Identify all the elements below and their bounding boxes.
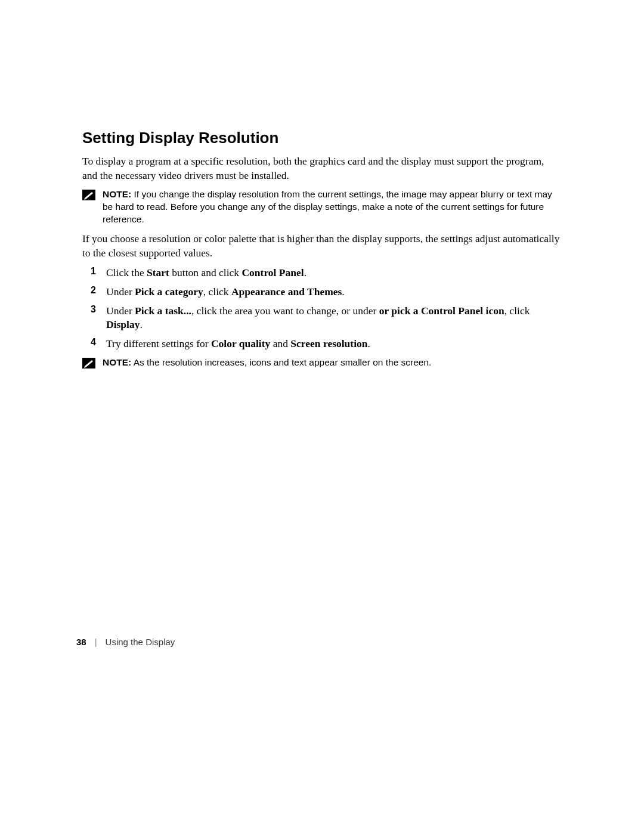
list-item: 1 Click the Start button and click Contr… (82, 266, 562, 280)
page-number: 38 (76, 637, 86, 647)
note-block-2: NOTE: As the resolution increases, icons… (82, 357, 562, 369)
section-heading: Setting Display Resolution (82, 129, 562, 147)
footer-section-title: Using the Display (106, 637, 175, 647)
note-icon (82, 190, 95, 200)
step-body: Under Pick a category, click Appearance … (106, 285, 562, 299)
step-number: 2 (91, 285, 106, 296)
step-body: Click the Start button and click Control… (106, 266, 562, 280)
note-text-2: NOTE: As the resolution increases, icons… (103, 357, 431, 369)
paragraph-2: If you choose a resolution or color pale… (82, 232, 562, 260)
ordered-list: 1 Click the Start button and click Contr… (82, 266, 562, 351)
note-label: NOTE: (103, 189, 131, 199)
step-body: Under Pick a task..., click the area you… (106, 304, 562, 332)
step-number: 3 (91, 304, 106, 315)
note-label: NOTE: (103, 357, 131, 367)
note-block-1: NOTE: If you change the display resoluti… (82, 188, 562, 226)
step-body: Try different settings for Color quality… (106, 337, 562, 351)
step-number: 1 (91, 266, 106, 277)
note-icon (82, 358, 95, 368)
step-number: 4 (91, 337, 106, 348)
list-item: 3 Under Pick a task..., click the area y… (82, 304, 562, 332)
page-content: Setting Display Resolution To display a … (0, 0, 644, 369)
note-body: As the resolution increases, icons and t… (131, 357, 431, 367)
list-item: 2 Under Pick a category, click Appearanc… (82, 285, 562, 299)
intro-paragraph: To display a program at a specific resol… (82, 154, 562, 182)
footer-separator: | (95, 637, 97, 647)
note-text-1: NOTE: If you change the display resoluti… (103, 188, 562, 226)
list-item: 4 Try different settings for Color quali… (82, 337, 562, 351)
page-footer: 38 | Using the Display (76, 637, 175, 647)
note-body: If you change the display resolution fro… (103, 189, 552, 224)
